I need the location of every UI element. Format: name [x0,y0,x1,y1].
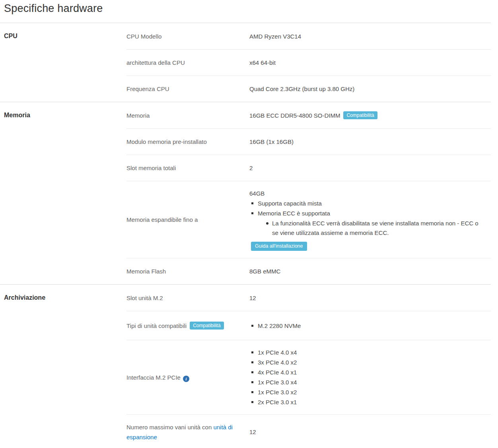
table-row: CPU Modello AMD Ryzen V3C14 [126,23,491,49]
spec-label: Slot memoria totali [126,163,249,173]
spec-value: 12 [249,427,491,437]
spec-label: architettura della CPU [126,58,249,68]
spec-label: Interfaccia M.2 PCIei [126,372,249,382]
spec-value: 16GB ECC DDR5-4800 SO-DIMMCompatibilità [249,111,491,120]
installation-guide-button[interactable]: Guida all'installazione [251,242,307,251]
table-row: Memoria Flash 8GB eMMC [126,258,491,284]
spec-label: Memoria [126,111,249,120]
section-memoria: Memoria Memoria 16GB ECC DDR5-4800 SO-DI… [0,102,491,284]
list-item: 1x PCIe 4.0 x4 [249,347,484,357]
spec-value: 1x PCIe 4.0 x4 3x PCIe 4.0 x2 4x PCIe 4.… [249,347,491,407]
spec-label: Frequenza CPU [126,84,249,94]
list-item: Supporta capacità mista [249,198,484,208]
table-row: Memoria 16GB ECC DDR5-4800 SO-DIMMCompat… [126,102,491,128]
memory-value: 16GB ECC DDR5-4800 SO-DIMM [249,112,340,119]
spec-label: Tipi di unità compatibiliCompatibilità [126,321,249,331]
list-item: La funzionalità ECC verrà disabilitata s… [266,219,484,238]
list-item: 1x PCIe 3.0 x4 [249,377,484,387]
table-row: Frequenza CPU Quad Core 2.3GHz (burst up… [126,76,491,102]
spec-value: 12 [249,293,491,303]
compatibility-badge[interactable]: Compatibilità [190,322,224,330]
spec-value: AMD Ryzen V3C14 [249,31,491,41]
spec-value: 16GB (1x 16GB) [249,137,491,147]
compatibility-badge[interactable]: Compatibilità [343,111,377,119]
table-row: architettura della CPU x64 64-bit [126,49,491,76]
spec-label: CPU Modello [126,31,249,41]
list-item: 1x PCIe 3.0 x2 [249,387,484,397]
list-item: 2x PCIe 3.0 x1 [249,397,484,407]
spec-value: 2 [249,163,491,173]
spec-label: Modulo memoria pre-installato [126,137,249,147]
list-item: Memoria ECC è supportata La funzionalità… [249,208,484,238]
section-archiviazione: Archiviazione Slot unità M.2 12 Tipi di … [0,284,491,448]
list-item: 3x PCIe 4.0 x2 [249,357,484,367]
drive-types-list: M.2 2280 NVMe [249,321,484,331]
table-row: Numero massimo vani unità con unità di e… [126,414,491,448]
list-item: 4x PCIe 4.0 x1 [249,367,484,377]
pcie-interface-list: 1x PCIe 4.0 x4 3x PCIe 4.0 x2 4x PCIe 4.… [249,347,484,407]
page-header: Specifiche hardware [0,0,491,23]
table-row: Modulo memoria pre-installato 16GB (1x 1… [126,128,491,155]
table-row: Slot unità M.2 12 [126,285,491,311]
spec-value: x64 64-bit [249,58,491,68]
spec-value: M.2 2280 NVMe [249,321,491,331]
memory-subnotes-list: La funzionalità ECC verrà disabilitata s… [258,219,484,238]
spec-value: 8GB eMMC [249,266,491,276]
table-row: Memoria espandibile fino a 64GB Supporta… [126,181,491,258]
spec-label: Memoria Flash [126,266,249,276]
spec-value: Quad Core 2.3GHz (burst up 3.80 GHz) [249,84,491,94]
list-item: M.2 2280 NVMe [249,321,484,331]
section-category-cpu: CPU [0,23,126,102]
expandable-memory-value: 64GB [249,188,484,198]
table-row: Tipi di unità compatibiliCompatibilità M… [126,311,491,340]
spec-label: Slot unità M.2 [126,293,249,303]
hardware-specs-page: Specifiche hardware CPU CPU Modello AMD … [0,0,498,448]
spec-label: Numero massimo vani unità con unità di e… [126,422,249,442]
section-category-memoria: Memoria [0,102,126,284]
spec-value: 64GB Supporta capacità mista Memoria ECC… [249,188,491,251]
page-title: Specifiche hardware [4,2,491,15]
table-row: Interfaccia M.2 PCIei 1x PCIe 4.0 x4 3x … [126,340,491,414]
spec-label: Memoria espandibile fino a [126,215,249,225]
section-cpu: CPU CPU Modello AMD Ryzen V3C14 architet… [0,23,491,102]
section-category-archiviazione: Archiviazione [0,285,126,448]
memory-notes-list: Supporta capacità mista Memoria ECC è su… [249,198,484,238]
table-row: Slot memoria totali 2 [126,155,491,181]
info-icon[interactable]: i [183,376,189,382]
